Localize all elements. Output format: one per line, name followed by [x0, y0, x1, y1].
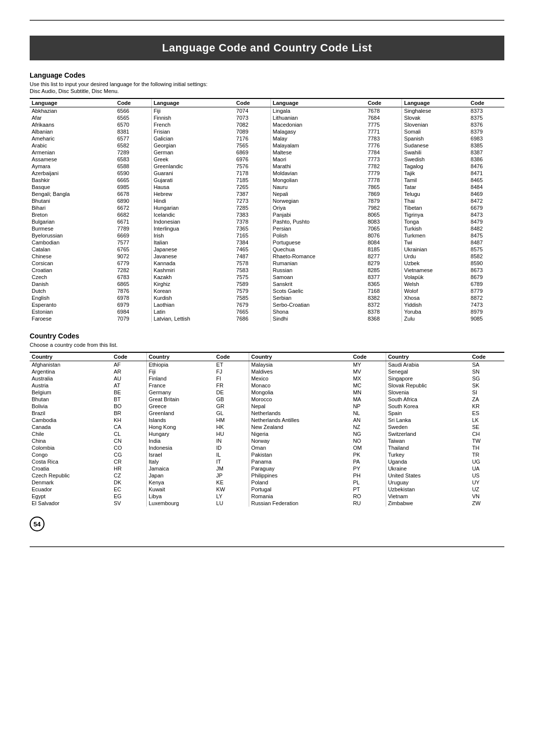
lang-name-cell: Slovak: [402, 114, 469, 121]
lang-code-cell: 6671: [115, 218, 151, 225]
page-title-box: Language Code and Country Code List: [30, 36, 504, 60]
lang-name-cell: Nepali: [270, 190, 366, 197]
country-name-cell: Hong Kong: [146, 424, 214, 430]
country-code-cell: EC: [112, 486, 146, 493]
lang-name-cell: Malay: [270, 135, 366, 142]
country-name-cell: Poland: [249, 479, 351, 486]
language-table-row: Armenian7289German6869Maltese7784Swahili…: [30, 149, 504, 156]
country-code-cell: HU: [214, 430, 249, 437]
lang-code-cell: 7465: [234, 246, 270, 253]
lang-code-cell: 8076: [366, 232, 402, 239]
country-name-cell: Bhutan: [30, 396, 112, 403]
country-table-row: CambodiaKHIslandsHMNetherlands AntillesA…: [30, 417, 504, 424]
lang-code-cell: 6869: [234, 149, 270, 156]
country-code-cell: TR: [470, 451, 504, 458]
country-name-cell: Maldives: [249, 368, 351, 375]
lang-name-cell: Icelandic: [151, 211, 234, 218]
country-name-cell: Romania: [249, 493, 351, 500]
lang-code-cell: 8679: [469, 274, 504, 281]
page-number-badge: 54: [30, 517, 44, 531]
lang-code-cell: 8484: [469, 184, 504, 190]
lang-code-cell: 6983: [469, 135, 504, 142]
country-name-cell: Greenland: [146, 410, 214, 417]
country-table-row: CongoCGIsraelILPakistanPKTurkeyTR: [30, 451, 504, 458]
country-code-cell: CN: [112, 437, 146, 444]
language-table-row: Corsican6779Kannada7578Rumanian8279Uzbek…: [30, 260, 504, 267]
country-name-cell: Bolivia: [30, 403, 112, 410]
lang-name-cell: Arabic: [30, 142, 115, 149]
country-code-cell: MX: [351, 375, 386, 382]
lang-name-cell: Bhutani: [30, 197, 115, 204]
lang-code-cell: 7771: [366, 128, 402, 135]
country-name-cell: Russian Federation: [249, 500, 351, 507]
country-code-cell: PH: [351, 472, 386, 479]
lang-code-cell: 8377: [366, 274, 402, 281]
country-table-row: DenmarkDKKenyaKEPolandPLUruguayUY: [30, 479, 504, 486]
lang-name-cell: Aymara: [30, 163, 115, 170]
country-code-cell: ET: [214, 361, 249, 369]
lang-code-cell: 7065: [366, 225, 402, 232]
lang-name-cell: Gujarati: [151, 177, 234, 184]
country-code-cell: UG: [470, 458, 504, 465]
lang-code-cell: 7778: [366, 177, 402, 184]
language-table-row: Chinese9072Javanese7487Rhaeto-Romance827…: [30, 253, 504, 260]
lang-name-cell: Kazakh: [151, 274, 234, 281]
lang-name-cell: Catalan: [30, 246, 115, 253]
country-desc: Choose a country code from this list.: [30, 342, 504, 348]
lang-name-cell: Malayalam: [270, 142, 366, 149]
language-table-row: Byelorussian6669Irish7165Polish8076Turkm…: [30, 232, 504, 239]
lang-name-cell: German: [151, 149, 234, 156]
country-name-cell: Paraguay: [249, 465, 351, 472]
country-code-cell: PT: [351, 486, 386, 493]
lang-code-cell: 8084: [366, 239, 402, 246]
country-name-cell: Spain: [386, 410, 470, 417]
country-name-cell: Sri Lanka: [386, 417, 470, 424]
lang-name-cell: Slovenian: [402, 121, 469, 128]
country-code-cell: KE: [214, 479, 249, 486]
country-table-row: CanadaCAHong KongHKNew ZealandNZSwedenSE: [30, 424, 504, 430]
page-title: Language Code and Country Code List: [30, 42, 504, 54]
country-code-cell: SE: [470, 424, 504, 430]
country-col1-country-header: Country: [30, 352, 112, 361]
language-table-row: Czech6783Kazakh7575Samoan8377Volapük8679: [30, 274, 504, 281]
lang-name-cell: Norwegian: [270, 197, 366, 204]
lang-col4-code-header: Code: [469, 98, 504, 107]
country-name-cell: Netherlands Antilles: [249, 417, 351, 424]
country-code-cell: AF: [112, 361, 146, 369]
lang-code-cell: 8373: [469, 107, 504, 115]
country-code-cell: VN: [470, 493, 504, 500]
lang-name-cell: Tajik: [402, 170, 469, 177]
country-name-cell: Zimbabwe: [386, 500, 470, 507]
language-table-row: Assamese6583Greek6976Maori7773Swedish838…: [30, 156, 504, 163]
lang-code-cell: 7565: [234, 142, 270, 149]
language-table-row: Afar6565Finnish7073Lithuanian7684Slovak8…: [30, 114, 504, 121]
lang-name-cell: Spanish: [402, 135, 469, 142]
country-code-cell: IT: [214, 458, 249, 465]
lang-name-cell: Bashkir: [30, 177, 115, 184]
lang-name-cell: Kirghiz: [151, 281, 234, 287]
country-name-cell: Kenya: [146, 479, 214, 486]
language-section-title: Language Codes: [30, 71, 504, 79]
lang-col2-lang-header: Language: [151, 98, 234, 107]
lang-code-cell: 8475: [469, 232, 504, 239]
country-code-cell: LU: [214, 500, 249, 507]
country-name-cell: France: [146, 382, 214, 389]
lang-code-cell: 6665: [115, 177, 151, 184]
country-name-cell: Oman: [249, 444, 351, 451]
country-name-cell: Argentina: [30, 368, 112, 375]
country-name-cell: Canada: [30, 424, 112, 430]
country-col2-code-header: Code: [214, 352, 249, 361]
lang-code-cell: 6566: [115, 107, 151, 115]
lang-code-cell: 6588: [115, 163, 151, 170]
lang-name-cell: Maltese: [270, 149, 366, 156]
lang-code-cell: 8582: [469, 253, 504, 260]
lang-name-cell: Mongolian: [270, 177, 366, 184]
lang-code-cell: 6672: [115, 204, 151, 211]
language-table-row: Azerbaijani6590Guarani7178Moldavian7779T…: [30, 170, 504, 177]
lang-name-cell: Tibetan: [402, 204, 469, 211]
language-table-row: English6978Kurdish7585Serbian8382Xhosa88…: [30, 294, 504, 301]
country-code-cell: MN: [351, 389, 386, 396]
lang-code-cell: 8185: [366, 246, 402, 253]
lang-code-cell: 7869: [366, 190, 402, 197]
lang-code-cell: 6985: [115, 184, 151, 190]
